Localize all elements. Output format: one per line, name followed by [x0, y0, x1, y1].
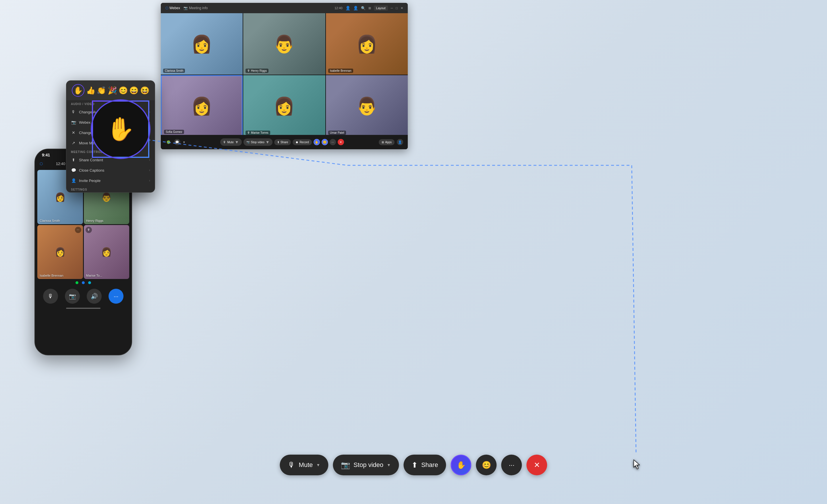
large-more-options-btn[interactable]: ···	[501, 455, 522, 475]
phone-more-btn[interactable]: ···	[108, 289, 124, 304]
video-cell-isabelle-brennan: 👩 Isabelle Brennan	[326, 13, 408, 74]
mute-btn[interactable]: 🎙 Mute ▼	[220, 138, 242, 146]
grin-emoji-btn[interactable]: 😄	[129, 86, 138, 95]
mute-dropdown-icon[interactable]: ▼	[235, 140, 239, 144]
large-stop-video-btn[interactable]: 📷 Stop video ▼	[333, 455, 399, 475]
large-mic-icon: 🎙	[288, 461, 295, 469]
clarissa-smith-label: Clarissa Smith	[163, 68, 185, 73]
large-share-btn[interactable]: ⬆ Share	[403, 455, 446, 475]
apps-label: Apps	[385, 141, 392, 144]
mouse-cursor	[633, 459, 641, 472]
stop-video-btn[interactable]: 📷 Stop video ▼	[244, 138, 273, 146]
large-hand-icon: ✋	[456, 461, 466, 469]
move-icon: ↗	[71, 141, 76, 145]
laugh-emoji-btn[interactable]: 😆	[140, 86, 149, 95]
isabelle-menu-btn[interactable]: ···	[75, 227, 81, 233]
share-icon: ⬆	[277, 141, 279, 144]
phone-status-time: 9:41	[42, 153, 50, 157]
large-stop-video-dropdown-icon[interactable]: ▼	[387, 463, 391, 467]
marise-video-feed: 👩	[243, 75, 325, 137]
toolbar-center-controls: 🎙 Mute ▼ 📷 Stop video ▼ ⬆ Share ⏺ Record…	[220, 138, 344, 146]
share-label: Share	[281, 141, 288, 144]
umar-patel-label: Umar Patel	[328, 131, 346, 135]
clarissa-label: Clarissa Smith	[40, 219, 60, 222]
webex-toolbar: 🟢 💬 ▼ 🎙 Mute ▼ 📷 Stop video ▼ ⬆ Share ⏺ …	[161, 135, 408, 149]
video-camera-icon: 📷	[184, 6, 188, 10]
phone-cell-marise: 👩 🎙 Marise To...	[84, 225, 130, 279]
close-btn[interactable]: ✕	[401, 6, 403, 10]
isabelle-video-feed: 👩	[326, 13, 408, 74]
party-emoji-btn[interactable]: 🎉	[108, 86, 117, 95]
titlebar-left: ⬡ Webex 📷 Meeting info	[165, 6, 208, 10]
raise-hand-emoji-btn[interactable]: ✋	[72, 84, 85, 97]
end-call-btn[interactable]: ✕	[338, 139, 344, 145]
apps-btn[interactable]: ⊞ Apps	[379, 139, 395, 145]
cross-icon: ✕	[71, 130, 76, 135]
large-mute-dropdown-icon[interactable]: ▼	[316, 463, 320, 467]
large-mute-btn[interactable]: 🎙 Mute ▼	[280, 455, 328, 475]
chat-dropdown-icon[interactable]: ▼	[183, 141, 186, 144]
reaction-toolbar-btn[interactable]: 😊	[322, 139, 328, 145]
stop-video-label: Stop video	[251, 141, 264, 144]
titlebar-time: 12:40	[335, 6, 343, 10]
large-raise-hand-btn[interactable]: ✋	[451, 455, 472, 475]
chevron-right-5-icon: ›	[149, 179, 150, 183]
raise-hand-toolbar-btn[interactable]: ✋	[313, 139, 320, 145]
search-icon[interactable]: 🔍	[361, 6, 366, 10]
henry-label: Henry Riggs	[86, 219, 104, 222]
thumbs-up-emoji-btn[interactable]: 👍	[86, 86, 95, 95]
share-content-menu-item[interactable]: ⬆ Share Content ›	[66, 155, 155, 165]
large-reaction-btn[interactable]: 😊	[476, 455, 497, 475]
hand-emoji: ✋	[106, 116, 135, 143]
large-end-call-btn[interactable]: ✕	[527, 455, 547, 475]
titlebar-meeting-info[interactable]: 📷 Meeting info	[184, 6, 208, 10]
layout-button[interactable]: Layout	[374, 5, 388, 11]
record-icon: ⏺	[295, 141, 298, 144]
large-stop-video-label: Stop video	[353, 461, 383, 469]
invite-people-menu-item[interactable]: 👤 Invite People ›	[66, 175, 155, 186]
phone-video-btn[interactable]: 📷	[65, 289, 80, 304]
more-options-btn[interactable]: ···	[330, 139, 336, 145]
toolbar-right-controls: ⊞ Apps 👤	[379, 139, 403, 145]
webex-desktop-app: ⬡ Webex 📷 Meeting info 12:40 👤 👤 🔍 ⊞ Lay…	[161, 3, 408, 149]
avatar-icon-2: 👤	[353, 6, 358, 10]
person-add-icon: 👤	[71, 178, 76, 183]
audio-icon: 🎙	[71, 110, 76, 114]
chat-btn[interactable]: 💬	[174, 139, 180, 145]
video-cell-marise-torres: 👩 🎙 Marise Torres	[243, 75, 325, 137]
phone-mic-btn[interactable]: 🎙	[43, 289, 58, 304]
marise-mute-icon: 🎙	[86, 227, 92, 233]
share-up-icon: ⬆	[71, 158, 76, 162]
avatar-icon-1: 👤	[345, 6, 350, 10]
maximize-btn[interactable]: □	[396, 6, 398, 10]
webex-app-title: Webex	[169, 6, 180, 10]
webex-app-logo: ⬡ Webex	[165, 6, 180, 10]
titlebar-right: 12:40 👤 👤 🔍 ⊞ Layout ─ □ ✕	[335, 5, 403, 11]
record-btn[interactable]: ⏺ Record	[293, 139, 311, 145]
isabelle-brennan-label: Isabelle Brennan	[328, 68, 353, 73]
dot-blue	[82, 281, 85, 284]
isabelle-video: 👩	[37, 225, 83, 279]
close-captions-menu-item[interactable]: 💬 Close Captions ›	[66, 165, 155, 175]
phone-dots-row	[35, 279, 132, 287]
people-toolbar-btn[interactable]: 👤	[397, 139, 403, 145]
phone-speaker-btn[interactable]: 🔊	[87, 289, 102, 304]
share-btn[interactable]: ⬆ Share	[274, 139, 291, 145]
emoji-reaction-bar: ✋ 👍 👏 🎉 😊 😄 😆	[66, 81, 155, 100]
isabelle-label: Isabelle Brennan	[40, 274, 63, 277]
chevron-right-2-icon: ›	[149, 120, 150, 124]
minimize-btn[interactable]: ─	[391, 6, 393, 10]
invite-people-label: Invite People	[79, 179, 100, 183]
large-video-icon: 📷	[341, 461, 350, 469]
grid-icon: ⊞	[369, 6, 371, 10]
webex-video-grid: 👩 Clarissa Smith 👨 🎙 Henry Riggs 👩 Isabe…	[161, 13, 408, 137]
status-icon: 🟢	[165, 139, 172, 145]
smile-emoji-btn[interactable]: 😊	[118, 86, 128, 95]
share-content-label: Share Content	[79, 158, 103, 162]
record-label: Record	[299, 141, 309, 144]
stop-video-dropdown-icon[interactable]: ▼	[265, 140, 270, 144]
phone-container: 9:41 ▂▄▆ WiFi ▓▓▓ ⬡ 12:40 Layout ⓘ 👤 👩 ·…	[0, 0, 166, 504]
clap-emoji-btn[interactable]: 👏	[97, 86, 106, 95]
sofia-gomez-label: Sofia Gomez	[164, 130, 184, 134]
marise-video: 👩	[84, 225, 130, 279]
